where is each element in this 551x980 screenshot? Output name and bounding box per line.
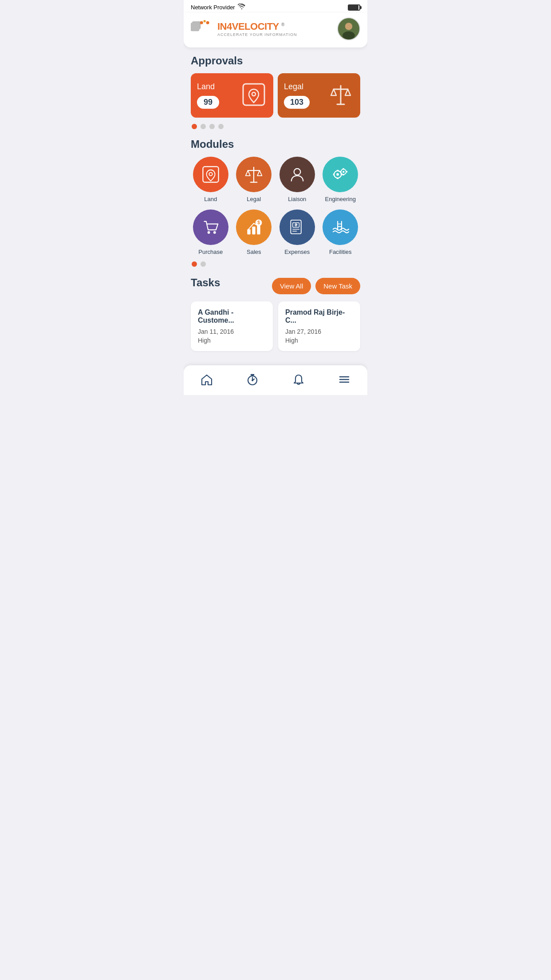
approvals-cards-row: Land 99 Legal 103 — [191, 73, 360, 118]
wifi-icon — [238, 4, 246, 11]
land-card-icon — [240, 81, 267, 110]
view-all-button[interactable]: View All — [272, 278, 311, 294]
modules-grid: Land Legal Liai — [191, 157, 360, 255]
task-card-0[interactable]: A Gandhi -Custome... Jan 11, 2016 High — [191, 301, 273, 351]
logo-brand: IN4VELOCITY ® — [217, 21, 297, 32]
module-item-land[interactable]: Land — [191, 157, 231, 202]
tasks-header: Tasks View All New Task — [191, 277, 360, 295]
battery-icon — [348, 4, 360, 11]
approvals-dot-3[interactable] — [209, 124, 215, 129]
module-label-engineering: Engineering — [325, 196, 356, 202]
nav-item-notifications[interactable] — [283, 371, 314, 391]
land-card-count: 99 — [197, 96, 219, 109]
svg-point-22 — [336, 173, 339, 176]
approvals-dots — [191, 124, 360, 129]
svg-point-3 — [200, 21, 203, 24]
svg-point-16 — [209, 173, 212, 176]
module-item-sales[interactable]: $ Sales — [234, 209, 274, 255]
nav-item-menu[interactable] — [329, 371, 359, 391]
module-item-engineering[interactable]: Engineering — [321, 157, 361, 202]
svg-point-34 — [213, 231, 216, 234]
task-card-1[interactable]: Pramod Raj Birje-C... Jan 27, 2016 High — [278, 301, 360, 351]
module-label-expenses: Expenses — [284, 249, 310, 255]
task-name-0: A Gandhi -Custome... — [198, 308, 266, 324]
module-circle-sales: $ — [236, 209, 272, 245]
svg-rect-30 — [342, 174, 344, 175]
logo-container: IN4VELOCITY ® ACCELERATE YOUR INFORMATIO… — [191, 17, 297, 40]
module-item-legal[interactable]: Legal — [234, 157, 274, 202]
svg-rect-26 — [337, 178, 338, 179]
svg-rect-40 — [291, 220, 301, 234]
main-content: Approvals Land 99 Legal 103 — [184, 47, 367, 358]
logo-text: IN4VELOCITY ® ACCELERATE YOUR INFORMATIO… — [217, 21, 297, 37]
nav-item-timer[interactable] — [237, 371, 268, 391]
task-priority-1: High — [285, 337, 353, 344]
new-task-button[interactable]: New Task — [315, 278, 360, 294]
svg-point-20 — [294, 169, 300, 175]
module-circle-engineering — [323, 157, 358, 192]
tasks-buttons: View All New Task — [272, 278, 360, 294]
bottom-nav — [184, 365, 367, 395]
logo-tagline: ACCELERATE YOUR INFORMATION — [217, 32, 297, 37]
module-circle-land — [193, 157, 228, 192]
approval-card-legal[interactable]: Legal 103 — [278, 73, 360, 118]
module-label-purchase: Purchase — [198, 249, 223, 255]
svg-point-33 — [207, 231, 210, 234]
tasks-title: Tasks — [191, 277, 220, 289]
legal-card-title: Legal — [284, 82, 310, 91]
user-avatar[interactable] — [337, 17, 360, 40]
svg-rect-36 — [252, 227, 256, 235]
modules-title: Modules — [191, 138, 360, 150]
approval-card-land[interactable]: Land 99 — [191, 73, 273, 118]
approval-card-land-left: Land 99 — [197, 82, 219, 109]
network-provider-text: Network Provider — [191, 4, 235, 11]
svg-rect-25 — [337, 170, 338, 171]
module-circle-purchase — [193, 209, 228, 245]
svg-rect-32 — [346, 171, 347, 173]
module-label-land: Land — [204, 196, 217, 202]
status-bar: Network Provider — [184, 0, 367, 13]
module-item-liaison[interactable]: Liaison — [277, 157, 317, 202]
timer-icon — [246, 373, 259, 389]
module-circle-expenses — [279, 209, 315, 245]
svg-rect-15 — [203, 166, 218, 182]
menu-icon — [338, 373, 350, 389]
nav-item-home[interactable] — [192, 371, 222, 391]
approvals-dot-4[interactable] — [218, 124, 224, 129]
module-item-facilities[interactable]: Facilities — [321, 209, 361, 255]
svg-rect-28 — [341, 174, 342, 175]
tasks-row: A Gandhi -Custome... Jan 11, 2016 High P… — [191, 301, 360, 351]
approvals-dot-2[interactable] — [201, 124, 206, 129]
module-label-liaison: Liaison — [288, 196, 306, 202]
status-left: Network Provider — [191, 4, 246, 11]
svg-rect-29 — [342, 168, 344, 169]
svg-point-9 — [346, 23, 352, 30]
task-date-1: Jan 27, 2016 — [285, 328, 353, 335]
modules-dot-2[interactable] — [201, 261, 206, 267]
svg-point-11 — [252, 92, 256, 96]
task-date-0: Jan 11, 2016 — [198, 328, 266, 335]
module-circle-legal — [236, 157, 272, 192]
svg-point-4 — [204, 20, 206, 22]
svg-rect-31 — [340, 171, 341, 173]
app-header: IN4VELOCITY ® ACCELERATE YOUR INFORMATIO… — [184, 13, 367, 47]
brand-prefix: IN4 — [217, 21, 232, 32]
land-card-title: Land — [197, 82, 219, 91]
task-priority-0: High — [198, 337, 266, 344]
module-circle-facilities — [323, 209, 358, 245]
approvals-dot-1[interactable] — [192, 124, 197, 129]
svg-rect-27 — [333, 174, 335, 175]
svg-point-50 — [252, 379, 253, 381]
module-label-legal: Legal — [247, 196, 261, 202]
module-item-expenses[interactable]: Expenses — [277, 209, 317, 255]
legal-card-icon — [327, 81, 354, 110]
modules-dot-1[interactable] — [192, 261, 197, 267]
legal-card-count: 103 — [284, 96, 310, 109]
approval-card-legal-left: Legal 103 — [284, 82, 310, 109]
bell-icon — [292, 373, 305, 389]
module-label-sales: Sales — [247, 249, 261, 255]
module-item-purchase[interactable]: Purchase — [191, 209, 231, 255]
module-label-facilities: Facilities — [329, 249, 352, 255]
home-icon — [201, 373, 213, 389]
svg-rect-2 — [191, 23, 199, 31]
